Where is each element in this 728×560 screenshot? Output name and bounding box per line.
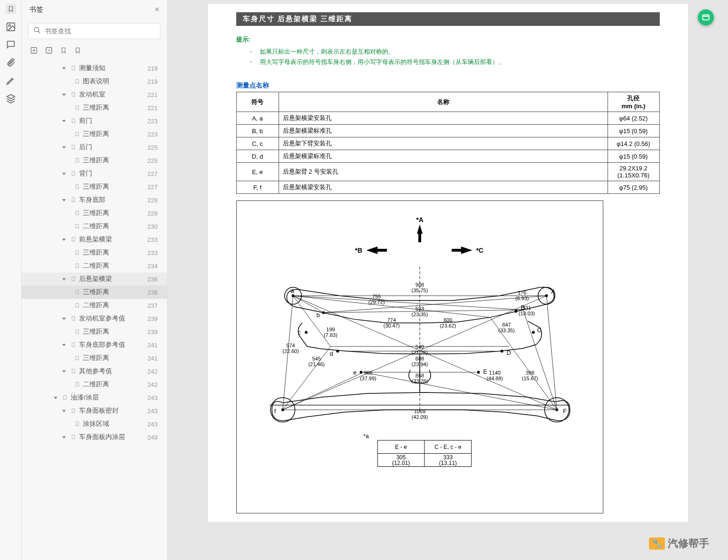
page-number: 243 xyxy=(147,394,158,401)
table-row: F, f后悬架横梁安装孔φ75 (2.95) xyxy=(236,181,659,194)
page-number: 239 xyxy=(147,315,158,322)
svg-line-31 xyxy=(293,296,330,347)
svg-point-47 xyxy=(514,310,517,313)
tree-row[interactable]: 二维距离237 xyxy=(22,299,167,312)
svg-text:(21.26): (21.26) xyxy=(411,350,428,355)
tree-row[interactable]: 二维距离242 xyxy=(22,378,167,391)
tree-row[interactable]: 三维距离223 xyxy=(22,128,167,141)
tree-row[interactable]: 测量须知219 xyxy=(22,62,167,75)
image-icon[interactable] xyxy=(6,22,16,32)
tree-label-text: 二维距离 xyxy=(83,222,109,231)
tree-row[interactable]: 三维距离241 xyxy=(22,352,167,365)
tree-row[interactable]: 三维距离221 xyxy=(22,101,167,114)
layers-icon[interactable] xyxy=(6,93,16,104)
svg-text:331: 331 xyxy=(522,305,531,311)
svg-text:847: 847 xyxy=(502,322,511,328)
expand-icon[interactable] xyxy=(30,47,38,56)
tree-row[interactable]: 发动机室参考值239 xyxy=(22,312,167,325)
tree-row[interactable]: 涂抹区域243 xyxy=(22,417,167,431)
search-icon xyxy=(33,26,41,36)
fab-button[interactable] xyxy=(698,9,714,25)
tree-row[interactable]: 三维距离239 xyxy=(22,325,167,338)
tree-label-text: 测量须知 xyxy=(79,64,105,72)
tree-row[interactable]: 三维距离228 xyxy=(22,207,167,220)
tree-row[interactable]: 车身面板内涂层249 xyxy=(22,431,167,444)
svg-text:(22.60): (22.60) xyxy=(282,348,299,354)
svg-text:574: 574 xyxy=(286,343,295,348)
search-input-wrap[interactable] xyxy=(28,23,160,39)
bookmark-small-icon xyxy=(71,118,76,124)
tree-label-text: 三维距离 xyxy=(83,248,109,257)
bookmark-add-icon[interactable] xyxy=(74,47,81,56)
close-icon[interactable]: × xyxy=(154,5,160,15)
tree-row[interactable]: 三维距离233 xyxy=(22,246,167,259)
svg-rect-13 xyxy=(451,249,462,252)
page-number: 234 xyxy=(147,263,158,270)
bookmark-small-icon xyxy=(74,355,80,361)
page-number: 239 xyxy=(147,328,158,336)
tree-row[interactable]: 前门223 xyxy=(22,114,167,128)
bookmark-small-icon xyxy=(74,131,80,137)
tree-row[interactable]: 油漆/涂层243 xyxy=(22,391,167,404)
tree-row[interactable]: 三维距离225 xyxy=(22,154,167,167)
diagram-area: *A *B *C xyxy=(236,200,603,513)
svg-point-61 xyxy=(281,408,284,411)
th-hole: 孔径mm (in.) xyxy=(608,92,659,112)
tree-row[interactable]: 车身底部228 xyxy=(22,193,167,207)
page-number: 233 xyxy=(147,236,158,243)
tree-label-text: 车身面板密封 xyxy=(79,407,119,415)
tree-row[interactable]: 车身底部参考值241 xyxy=(22,338,167,352)
tree-label-text: 二维距离 xyxy=(83,301,109,310)
bookmark-small-icon[interactable] xyxy=(60,47,67,56)
page-number: 241 xyxy=(147,342,158,349)
attach-icon[interactable] xyxy=(6,57,16,68)
tree-row[interactable]: 图表说明219 xyxy=(22,75,167,88)
svg-text:774: 774 xyxy=(387,318,396,323)
bookmark-icon[interactable] xyxy=(6,4,16,14)
tree-row[interactable]: 二维距离230 xyxy=(22,220,167,233)
bookmark-small-icon xyxy=(71,408,76,414)
tree-row[interactable]: 三维距离227 xyxy=(22,180,167,193)
tree-row[interactable]: 后悬架横梁236 xyxy=(22,272,167,286)
svg-text:E: E xyxy=(483,368,487,375)
chat-icon[interactable] xyxy=(6,40,16,50)
svg-line-30 xyxy=(282,346,330,410)
tree-label-text: 三维距离 xyxy=(83,104,109,112)
svg-text:C - E, c - e: C - E, c - e xyxy=(434,444,461,450)
bookmark-small-icon xyxy=(71,197,76,203)
svg-text:600: 600 xyxy=(443,318,452,323)
tree-row[interactable]: 三维距离236 xyxy=(22,286,167,299)
svg-line-22 xyxy=(293,296,523,310)
tree-label-text: 图表说明 xyxy=(83,77,109,86)
th-symbol: 符号 xyxy=(236,92,279,112)
tree-row[interactable]: 其他参考值242 xyxy=(22,365,167,378)
collapse-icon[interactable] xyxy=(45,47,53,56)
tree-label-text: 三维距离 xyxy=(83,156,109,165)
tree-row[interactable]: 二维距离234 xyxy=(22,259,167,272)
page-number: 233 xyxy=(147,249,158,256)
svg-text:(37.99): (37.99) xyxy=(360,376,376,381)
main-viewer[interactable]: 车身尺寸 后悬架横梁 三维距离 提示: 如果只标出一种尺寸，则表示左右是互相对称… xyxy=(168,0,728,560)
svg-text:608: 608 xyxy=(415,356,424,361)
svg-text:(30.47): (30.47) xyxy=(383,323,400,329)
bookmark-small-icon xyxy=(74,210,80,216)
bookmark-small-icon xyxy=(71,434,76,440)
svg-line-39 xyxy=(523,310,557,410)
tree-label-text: 涂抹区域 xyxy=(83,420,109,428)
search-input[interactable] xyxy=(45,27,155,35)
tree-row[interactable]: 背门227 xyxy=(22,167,167,180)
bookmark-tree[interactable]: 测量须知219图表说明219发动机室221三维距离221前门223三维距离223… xyxy=(22,60,167,560)
pen-icon[interactable] xyxy=(6,75,16,86)
page-number: 223 xyxy=(147,131,158,138)
bookmark-small-icon xyxy=(71,276,76,282)
svg-text:(35.75): (35.75) xyxy=(411,288,428,293)
tree-row[interactable]: 前悬架横梁233 xyxy=(22,233,167,246)
svg-text:(23.94): (23.94) xyxy=(411,361,428,367)
page-number: 223 xyxy=(147,118,158,125)
tree-row[interactable]: 发动机室221 xyxy=(22,88,167,101)
tree-row[interactable]: 后门225 xyxy=(22,141,167,154)
document-page: 车身尺寸 后悬架横梁 三维距离 提示: 如果只标出一种尺寸，则表示左右是互相对称… xyxy=(208,4,688,522)
tree-row[interactable]: 车身面板密封243 xyxy=(22,404,167,417)
svg-text:(29.72): (29.72) xyxy=(368,300,384,305)
page-number: 241 xyxy=(147,355,158,362)
